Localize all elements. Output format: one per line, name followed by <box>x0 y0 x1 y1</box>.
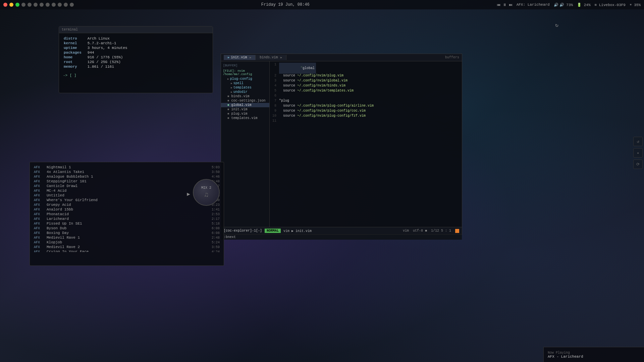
tl-ws9[interactable] <box>70 3 74 7</box>
tree-binds-vim[interactable]: ■ binds.vim <box>221 94 269 99</box>
code-line-7: 7 "plug <box>270 99 462 104</box>
code-line-3: 3 source ~/.config/nvim/global.vim <box>270 79 462 84</box>
tree-init-vim[interactable]: ■ init.vim <box>221 107 269 112</box>
volume-indicator[interactable]: 🔊 🔊 73% <box>554 3 573 7</box>
sysinfo-value: 3 hours, 4 minutes <box>88 46 127 50</box>
tree-undodir[interactable]: ▶ undodir <box>221 90 269 94</box>
status-filetype: vim <box>403 229 409 233</box>
top-bar: Friday 19 Jun, 08:46 ⏮ ⏸ ⏭ AFX: Larichea… <box>0 0 644 9</box>
sysinfo-key: root <box>64 60 87 64</box>
music-item-3[interactable]: AFX SteppingFilter 101 4:48 <box>30 179 224 184</box>
tree-templates-vim[interactable]: ■ templates.vim <box>221 116 269 120</box>
music-item-14[interactable]: AFX Boxing Day 6:08 <box>30 231 224 235</box>
sidebar-btn-0[interactable]: ↺ <box>633 137 643 146</box>
terminal-prompt[interactable]: -> [ ] <box>63 73 209 77</box>
tl-ws1[interactable] <box>21 3 25 7</box>
sysinfo-value: 1.86i / 116i <box>88 65 127 69</box>
editor-content[interactable]: 1 "global 2 source ~/.config/nvim/plug.v… <box>270 61 462 227</box>
code-line-10: 10 source ~/.config/nvim/plug-config/fzf… <box>270 114 462 119</box>
status-progress-bar <box>455 229 459 233</box>
code-line-9: 9 source ~/.config/nvim/plug-config/coc.… <box>270 109 462 114</box>
sysinfo-packages: packages 944 <box>64 51 127 55</box>
editor-command[interactable]: :bnext <box>221 234 462 240</box>
editor-statusbar: [coc-explorer]-1[-] NORMAL vim ▶ init.vi… <box>221 227 462 234</box>
tree-item-label: spell <box>233 81 244 85</box>
tl-ws6[interactable] <box>52 3 56 7</box>
music-item-15[interactable]: AFX Medievil Rave 1 2:48 <box>30 235 224 240</box>
tree-global-vim[interactable]: ■ global.vim <box>221 103 269 107</box>
tab-label: binds.vim <box>260 56 278 59</box>
tl-ws3[interactable] <box>34 3 38 7</box>
now-playing-info: AFX - Laricheard <box>548 355 583 359</box>
tab-binds-vim[interactable]: binds.vim ▶ <box>256 55 286 60</box>
status-lineinfo: 1/12 5 : 1 <box>431 229 451 233</box>
media-controls[interactable]: ⏮ ⏸ ⏭ <box>497 3 512 7</box>
sysinfo-value: 5.7.2-arch1-1 <box>88 41 127 45</box>
tree-item-label: binds.vim <box>231 95 249 98</box>
editor-window: ▶ init.vim ▶ binds.vim ▶ buffers [BUFFER… <box>221 54 462 235</box>
tree-spell[interactable]: ▶ spell <box>221 81 269 85</box>
sysinfo-home: home 916 / 1776 (55%) <box>64 55 127 59</box>
terminal-window: terminal distro Arch Linux kernel 5.7.2-… <box>59 26 213 93</box>
music-item-12[interactable]: AFX Pissed Up In SE1 5:18 <box>30 221 224 226</box>
tree-item-label: plug.vim <box>231 112 247 116</box>
tl-ws5[interactable] <box>46 3 50 7</box>
tree-plug-config[interactable]: ▶ plug-config <box>221 77 269 81</box>
now-playing-label: Now Playing <box>548 351 583 355</box>
terminal-titlebar: terminal <box>59 26 213 33</box>
top-bar-left <box>3 3 74 7</box>
sysinfo-key: home <box>64 55 87 59</box>
terminal-title: terminal <box>62 28 78 32</box>
music-play-button[interactable]: ▶ <box>187 191 190 197</box>
artwork-content: MIX 2 ♫ <box>201 186 211 199</box>
sysinfo-table: distro Arch Linux kernel 5.7.2-arch1-1 u… <box>63 36 128 69</box>
tl-maximize[interactable] <box>15 3 19 7</box>
buffers-label: buffers <box>445 56 459 59</box>
tree-item-label: init.vim <box>231 108 247 111</box>
music-list[interactable]: AFX Nightmail 1 5:03 AFX 4x Atlantis Tak… <box>30 162 224 252</box>
sidebar-btn-1[interactable]: ✦ <box>633 148 643 158</box>
tl-close[interactable] <box>3 3 7 7</box>
sysinfo-key: kernel <box>64 41 87 45</box>
tab-init-vim[interactable]: ▶ init.vim ▶ <box>224 55 256 60</box>
code-line-11: 11 <box>270 119 462 124</box>
tree-file-header: [FILE]: nvim /home/me/.config <box>221 69 269 77</box>
tree-templates[interactable]: ▶ templates <box>221 85 269 90</box>
sidebar-btn-2[interactable]: ⟳ <box>633 160 643 169</box>
music-item-16[interactable]: AFX Klopjob 5:24 <box>30 240 224 245</box>
music-item-18[interactable]: AFX Crying In Your Face 4:24 <box>30 249 224 252</box>
tree-item-label: templates <box>233 86 252 89</box>
tl-ws2[interactable] <box>28 3 32 7</box>
sysinfo-value: 12G / 25G (52%) <box>88 60 127 64</box>
music-item-8[interactable]: AFX Gruepy Acid 3:23 <box>30 202 224 207</box>
tl-ws8[interactable] <box>64 3 68 7</box>
top-bar-right: ⏮ ⏸ ⏭ AFX: Laricheard 🔊 🔊 73% 🔋 24% ≋ Li… <box>497 3 641 7</box>
music-item-13[interactable]: AFX Byson Dub 6:08 <box>30 226 224 231</box>
sysinfo-distro: distro Arch Linux <box>64 37 127 41</box>
status-filename: vim ▶ init.vim <box>283 229 312 233</box>
datetime: Friday 19 Jun, 08:46 <box>261 2 310 7</box>
network-indicator: ≋ Livebox-03F9 <box>595 3 626 7</box>
refresh-button[interactable]: ↻ <box>555 22 558 28</box>
music-item-11[interactable]: AFX Laricheard 2:17 <box>30 217 224 221</box>
tl-minimize[interactable] <box>9 3 13 7</box>
music-item-9[interactable]: AFX Analord 15bb 1:41 <box>30 207 224 212</box>
tree-coc-settings[interactable]: ■ coc-settings.json <box>221 99 269 103</box>
music-disc-icon: ♫ <box>201 191 211 199</box>
editor-tabs: ▶ init.vim ▶ binds.vim ▶ <box>224 55 286 60</box>
tl-ws4[interactable] <box>40 3 44 7</box>
traffic-lights <box>3 3 74 7</box>
brightness-indicator: ☀ 35% <box>630 3 641 7</box>
music-item-10[interactable]: AFX Phonatacid 2:53 <box>30 212 224 217</box>
code-line-5: 5 source ~/.config/nvim/templates.vim <box>270 89 462 94</box>
tree-item-label: plug-config <box>230 77 252 81</box>
music-item-1[interactable]: AFX 4x Atlantis Take1 3:50 <box>30 170 224 174</box>
code-line-6: 6 <box>270 94 462 99</box>
music-item-0[interactable]: AFX Nightmail 1 5:03 <box>30 165 224 170</box>
music-item-17[interactable]: AFX Medievil Rave 2 3:59 <box>30 245 224 249</box>
music-item-2[interactable]: AFX Analogue Bubblebath 1 4:46 <box>30 174 224 179</box>
battery-indicator: 🔋 24% <box>577 3 590 7</box>
tree-plug-vim[interactable]: ■ plug.vim <box>221 112 269 116</box>
status-mode: NORMAL <box>265 229 281 233</box>
tl-ws7[interactable] <box>58 3 62 7</box>
